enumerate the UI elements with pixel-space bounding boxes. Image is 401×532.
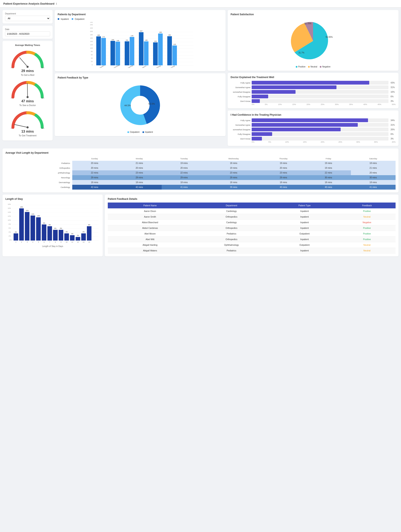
donut-svg: 44.5% 55.5%	[111, 81, 169, 129]
svg-point-1	[26, 66, 29, 68]
svg-text:13: 13	[83, 241, 84, 243]
svg-rect-110	[42, 224, 46, 241]
svg-text:171: 171	[102, 36, 105, 38]
department-filter-card: Department All Orthopedics Ophthalmology…	[2, 10, 53, 24]
hbar-pct: 6%	[391, 95, 395, 98]
svg-text:14%: 14%	[31, 213, 34, 215]
svg-text:18%: 18%	[20, 206, 23, 208]
svg-text:6%: 6%	[9, 227, 11, 229]
svg-text:148: 148	[145, 39, 148, 41]
heat-cell: 23 mins	[261, 170, 306, 175]
gauge3-svg: 0 100	[9, 109, 46, 129]
dept-cell: pHthalmology	[6, 170, 72, 175]
gauge1-label: To Get a Bed	[6, 74, 50, 76]
svg-text:8%: 8%	[88, 224, 90, 226]
hbar-fill	[252, 118, 368, 122]
svg-text:6%: 6%	[60, 228, 62, 229]
patient-feedback-details-card: Patient Feedback Details Patient Name De…	[105, 195, 399, 256]
dept-cell: Orthopedics	[6, 165, 72, 170]
doctor-explained-title: Doctor Explained the Treatment Well	[231, 76, 395, 79]
department-select[interactable]: All Orthopedics Ophthalmology Dermatolog…	[5, 16, 50, 21]
patient-satisfaction-title: Patient Satisfaction	[231, 13, 395, 16]
svg-line-8	[14, 124, 28, 127]
hbar-fill	[252, 123, 358, 127]
data-cell: Orthopedics	[192, 237, 271, 242]
svg-rect-134	[87, 226, 91, 241]
feedback-header: Feedback	[338, 203, 395, 208]
patient-feedback-type-title: Patient Feedback by Type	[58, 76, 223, 79]
gauge2-label: To See a Doctor	[6, 104, 50, 107]
svg-rect-119	[59, 230, 63, 241]
date-input[interactable]	[5, 31, 50, 36]
hbar-row: Fully Agree43%	[231, 81, 395, 85]
svg-text:207: 207	[140, 30, 143, 32]
hbar-pct: 26%	[391, 128, 395, 131]
table-row: Orthopedics20 mins20 mins20 mins19 mins2…	[6, 165, 395, 170]
middle-col: Patients by Department Inpatient Outpati…	[55, 10, 226, 146]
svg-text:8%: 8%	[9, 223, 11, 225]
heat-cell: 29 mins	[206, 175, 261, 180]
date-filter-card: Date	[2, 26, 53, 39]
hbar-row: Fully Disagree6%	[231, 132, 395, 136]
date-label: Date	[5, 28, 50, 31]
svg-text:100: 100	[41, 97, 44, 99]
svg-text:20: 20	[91, 61, 93, 63]
feedback-cell: Positive	[338, 208, 395, 214]
hbar-track	[252, 132, 388, 136]
svg-text:12%: 12%	[8, 215, 11, 217]
svg-text:154: 154	[112, 39, 114, 41]
svg-text:3%: 3%	[71, 233, 73, 234]
neutral-legend: Neutral	[308, 66, 317, 68]
heat-cell: 40 mins	[306, 185, 351, 190]
svg-text:200: 200	[90, 31, 93, 32]
svg-text:9%: 9%	[43, 222, 45, 224]
gauge1-svg: 0 100	[9, 48, 46, 68]
hbar-fill	[252, 95, 268, 98]
saturday-header: Saturday	[351, 156, 395, 161]
feedback-cell: Positive	[338, 237, 395, 242]
avg-visit-title: Average Visit Length by Department	[6, 151, 395, 154]
svg-rect-98	[19, 208, 24, 241]
svg-text:1: 1	[15, 241, 16, 243]
data-cell: Inpatient	[271, 214, 338, 220]
svg-text:14: 14	[88, 241, 90, 243]
heat-cell: 18 mins	[351, 180, 395, 185]
bar-chart-legend: Inpatient Outpatient	[58, 18, 223, 20]
svg-rect-47	[125, 41, 129, 65]
hbar-fill	[252, 81, 369, 85]
svg-text:10: 10	[66, 241, 67, 243]
svg-rect-101	[25, 212, 29, 241]
info-icon: ℹ	[56, 2, 57, 5]
heat-cell: 20 mins	[117, 165, 162, 170]
feedback-cell: Negative	[338, 220, 395, 225]
svg-text:0%: 0%	[9, 239, 12, 241]
sidebar: Department All Orthopedics Ophthalmology…	[2, 10, 53, 146]
patients-by-dept-title: Patients by Department	[58, 13, 223, 16]
svg-text:100: 100	[90, 47, 93, 49]
data-cell: Inpatient	[271, 208, 338, 214]
data-cell: Cardiology	[192, 220, 271, 225]
patient-type-header: Patient Type	[271, 203, 338, 208]
heat-cell: 42 mins	[72, 185, 117, 190]
data-cell: Orthopedics	[192, 225, 271, 231]
data-cell: Pediatrics	[192, 248, 271, 253]
svg-text:160: 160	[90, 37, 93, 39]
heat-cell: 20 mins	[72, 165, 117, 170]
svg-text:8%: 8%	[49, 224, 51, 226]
svg-rect-57	[153, 42, 158, 65]
hbar-label: Don't Know	[231, 138, 250, 140]
table-row: Abigail HardingOphthalmologyOutpatientNe…	[108, 242, 395, 248]
hbar-track	[252, 123, 388, 127]
svg-text:180: 180	[97, 34, 100, 36]
avg-waiting-title: Average Waiting Times	[6, 44, 50, 46]
svg-text:16%: 16%	[8, 207, 11, 209]
hbar-track	[252, 85, 388, 89]
dept-cell: Cardiology	[6, 185, 72, 190]
hbar-label: Don't Know	[231, 100, 250, 102]
gauge1-value: 29 mins	[6, 69, 50, 73]
hbar-label: Fully Disagree	[231, 133, 250, 135]
data-cell: Ophthalmology	[192, 242, 271, 248]
pie-chart-container: 55.55% 31.7% 12.75% Positive Neutral	[231, 18, 395, 68]
svg-rect-122	[64, 234, 69, 241]
svg-text:4%: 4%	[15, 231, 17, 233]
